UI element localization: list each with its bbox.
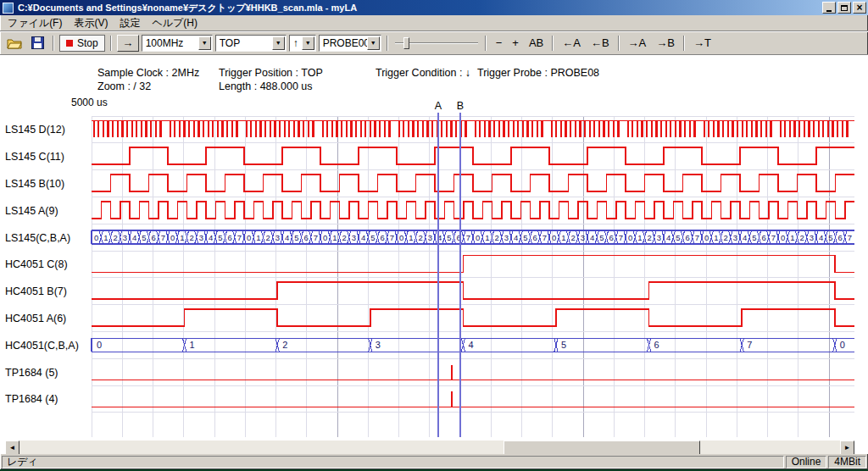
trigger-probe-select[interactable]: PROBE00 ▼ [319, 35, 381, 52]
toolbar: Stop → 100MHz ▼ TOP ▼ ↑ ▼ PROBE00 ▼ −+AB… [0, 31, 868, 54]
bus-value: 1 [256, 233, 260, 242]
bus-value: 5 [447, 233, 451, 242]
menubar: ファイル(F)表示(V)設定ヘルプ(H) [0, 15, 868, 31]
bus-value: 6 [654, 340, 659, 350]
cursor-b-label[interactable]: B [455, 100, 465, 112]
trigger-probe-label: Trigger Probe : PROBE08 [477, 67, 599, 79]
channel-label: HC4051 C(8) [5, 258, 68, 270]
waveform-area: LS145 D(12)LS145 C(11)LS145 B(10)LS145 A… [0, 54, 868, 454]
menu-item-help[interactable]: ヘルプ(H) [146, 14, 203, 32]
bus-value: 0 [97, 340, 102, 350]
menu-item-file[interactable]: ファイル(F) [2, 14, 68, 32]
bus-value: 5 [752, 233, 756, 242]
window-controls: × [822, 2, 866, 14]
maximize-button[interactable] [837, 2, 851, 14]
bus-value: 7 [237, 233, 242, 242]
trigger-edge-value: ↑ [293, 37, 302, 49]
goto-a-left-button[interactable]: ←A [558, 35, 585, 51]
bus-value: 4 [743, 233, 747, 242]
bus-value: 5 [523, 233, 527, 242]
chevron-down-icon[interactable]: ▼ [198, 36, 211, 50]
ab-cursors-button[interactable]: AB [525, 35, 548, 51]
scrollbar-track[interactable] [19, 441, 840, 454]
minimize-icon [826, 10, 832, 12]
status-message-panel: レディ [2, 456, 784, 468]
zoom-in-button[interactable]: + [508, 35, 523, 51]
scroll-right-button[interactable]: ► [840, 441, 854, 454]
bus-value: 6 [227, 233, 231, 242]
bus-value: 3 [810, 233, 814, 242]
bus-value: 4 [590, 233, 594, 242]
bus-value: 2 [494, 233, 498, 242]
horizontal-scrollbar[interactable]: ◄ ► [5, 441, 854, 454]
bus-value: 7 [466, 233, 470, 242]
minimize-button[interactable] [822, 2, 836, 14]
bus-value: 7 [771, 233, 776, 242]
bus-value: 4 [666, 233, 670, 242]
bus-value: 2 [189, 233, 193, 242]
save-button[interactable] [27, 34, 47, 53]
bus-value: 2 [282, 340, 287, 350]
bus-value: 2 [418, 233, 422, 242]
chevron-down-icon[interactable]: ▼ [272, 36, 285, 50]
bus-value: 6 [609, 233, 613, 242]
zoom-slider-thumb[interactable] [403, 37, 409, 49]
bus-value: 7 [747, 340, 752, 350]
goto-b-right-button[interactable]: →B [652, 35, 679, 51]
bus-value: 4 [514, 233, 518, 242]
open-folder-icon [7, 37, 22, 49]
bus-value: 0 [476, 233, 480, 242]
bus-value: 2 [265, 233, 270, 242]
bus-value: 4 [132, 233, 136, 242]
bus-value: 3 [352, 233, 356, 242]
bus-value: 7 [314, 233, 318, 242]
menu-item-view[interactable]: 表示(V) [68, 14, 114, 32]
chevron-down-icon[interactable]: ▼ [367, 36, 380, 50]
bus-value: 2 [647, 233, 651, 242]
cursors[interactable] [438, 113, 460, 437]
bus-value: 5 [142, 233, 146, 242]
channel-label: LS145 B(10) [5, 178, 64, 190]
channel-label: LS145(C,B,A) [5, 232, 70, 244]
bus-value: 2 [113, 233, 117, 242]
bus-value: 7 [695, 233, 699, 242]
app-window: C:¥Documents and Settings¥noname¥デスクトップ¥… [0, 0, 868, 469]
toolbar-separator [683, 36, 685, 51]
sample-clock-select[interactable]: 100MHz ▼ [142, 35, 213, 52]
close-button[interactable]: × [853, 2, 866, 14]
bus-value: 1 [332, 233, 337, 242]
open-file-button[interactable] [4, 34, 25, 53]
bus-value: 3 [275, 233, 280, 242]
bus-value: 1 [103, 233, 108, 242]
menu-item-settings[interactable]: 設定 [114, 14, 146, 32]
toolbar-separator [53, 36, 54, 51]
scrollbar-thumb[interactable] [504, 441, 700, 454]
zoom-out-button[interactable]: − [492, 35, 507, 51]
bus-value: 4 [285, 233, 289, 242]
bus-value: 7 [848, 233, 852, 242]
trigger-position-value: TOP [220, 37, 272, 49]
stop-button[interactable]: Stop [59, 35, 105, 52]
bus-value: 3 [504, 233, 509, 242]
toolbar-separator [552, 36, 554, 51]
toolbar-separator [387, 36, 388, 51]
scroll-left-button[interactable]: ◄ [5, 441, 19, 454]
toolbar-separator [618, 36, 620, 51]
floppy-disk-icon [31, 36, 44, 49]
bus-value: 7 [542, 233, 547, 242]
bus-value: 4 [819, 233, 823, 242]
zoom-slider[interactable] [395, 35, 478, 52]
goto-b-left-button[interactable]: ←B [587, 35, 614, 51]
goto-trigger-button[interactable]: →T [689, 35, 715, 51]
trigger-edge-select[interactable]: ↑ ▼ [289, 35, 316, 52]
goto-a-right-button[interactable]: →A [624, 35, 651, 51]
trigger-position-select[interactable]: TOP ▼ [215, 35, 287, 52]
bus-value: 4 [361, 233, 365, 242]
chevron-down-icon[interactable]: ▼ [302, 36, 314, 50]
bus-value: 3 [376, 340, 381, 350]
bus-value: 1 [637, 233, 642, 242]
bus-value: 5 [561, 340, 566, 350]
cursor-a-label[interactable]: A [433, 100, 443, 112]
bus-value: 1 [485, 233, 489, 242]
run-button[interactable]: → [117, 35, 139, 52]
